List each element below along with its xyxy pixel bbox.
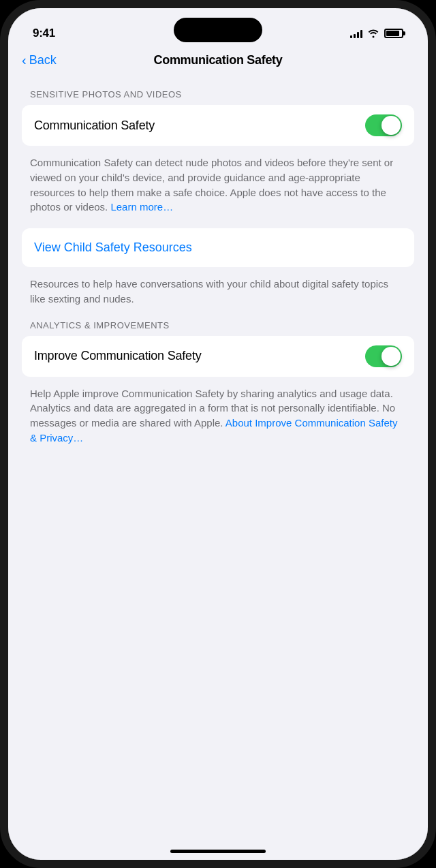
view-child-safety-resources-label: View Child Safety Resources	[34, 241, 192, 254]
nav-bar: ‹ Back Communication Safety	[8, 48, 428, 76]
communication-safety-toggle-row: Communication Safety	[22, 105, 414, 146]
communication-safety-card: Communication Safety	[22, 105, 414, 146]
dynamic-island	[174, 18, 262, 42]
home-indicator	[170, 850, 266, 853]
improve-communication-safety-toggle-row: Improve Communication Safety	[22, 336, 414, 377]
analytics-header: ANALYTICS & IMPROVEMENTS	[8, 320, 428, 336]
communication-safety-toggle[interactable]	[365, 114, 402, 136]
battery-icon	[384, 29, 403, 38]
page-title: Communication Safety	[153, 53, 282, 67]
improve-communication-safety-toggle[interactable]	[365, 345, 402, 367]
back-chevron-icon: ‹	[22, 53, 27, 67]
learn-more-link[interactable]: Learn more…	[110, 201, 173, 213]
toggle-knob	[382, 116, 401, 135]
toggle-knob-2	[382, 347, 401, 366]
improve-communication-safety-card: Improve Communication Safety	[22, 336, 414, 377]
wifi-icon	[367, 29, 379, 38]
status-icons	[350, 29, 403, 38]
sensitive-photos-header: SENSITIVE PHOTOS AND VIDEOS	[8, 89, 428, 105]
phone-frame: 9:41	[0, 0, 436, 868]
improve-communication-safety-label: Improve Communication Safety	[34, 349, 202, 363]
phone-screen: 9:41	[8, 8, 428, 860]
view-resources-description: Resources to help have conversations wit…	[8, 267, 428, 320]
back-label: Back	[29, 53, 57, 67]
view-child-safety-resources-card[interactable]: View Child Safety Resources	[22, 228, 414, 267]
back-button[interactable]: ‹ Back	[22, 53, 57, 67]
communication-safety-label: Communication Safety	[34, 119, 155, 133]
communication-safety-description: Communication Safety can detect nude pho…	[8, 146, 428, 228]
content-area: SENSITIVE PHOTOS AND VIDEOS Communicatio…	[8, 76, 428, 473]
status-time: 9:41	[33, 27, 55, 40]
analytics-description: Help Apple improve Communication Safety …	[8, 377, 428, 459]
signal-icon	[350, 29, 362, 38]
